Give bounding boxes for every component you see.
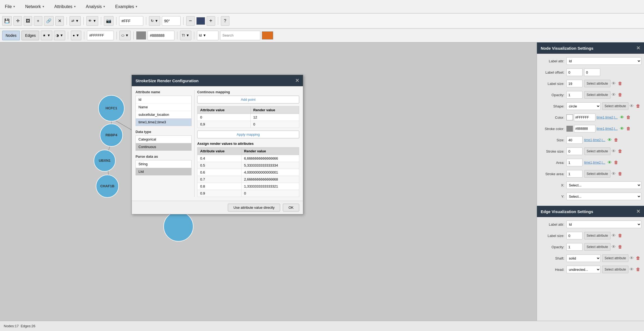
tb-zoom-out-btn[interactable]: − [186,16,195,26]
apply-mapping-btn[interactable]: Apply mapping [197,131,299,138]
mapping-attr-0[interactable]: 0 [197,114,251,121]
edge-label-attr-select[interactable]: Id [566,221,641,228]
ne-color-input[interactable] [87,31,114,40]
edge-opacity-eye-btn[interactable]: 👁 [610,244,617,250]
attr-item-name[interactable]: Name [136,103,191,111]
edge-head-eye-btn[interactable]: 👁 [628,267,635,272]
stroke-size-del-btn[interactable]: 🗑 [617,148,623,154]
size-eye-btn[interactable]: 👁 [606,137,613,143]
ok-btn[interactable]: OK [283,204,299,211]
tb-add-node-btn[interactable]: ✛ [13,16,22,26]
menu-examples[interactable]: Examples ▼ [113,3,140,10]
ne-stroke-swatch[interactable] [136,31,146,39]
label-size-select-attr[interactable]: Select attribute [584,80,610,87]
stroke-area-select-attr[interactable]: Select attribute [584,170,610,178]
menu-file[interactable]: File ▼ [3,3,18,10]
tb-rotation-input[interactable]: 90° [162,16,181,26]
edge-opacity-input[interactable] [566,243,583,251]
stroke-area-del-btn[interactable]: 🗑 [617,171,623,177]
ne-stroke-color-input[interactable] [148,31,174,40]
label-size-del-btn[interactable]: 🗑 [617,81,623,87]
menu-analysis[interactable]: Analysis ▼ [84,3,108,10]
edge-shaft-eye-btn[interactable]: 👁 [628,255,635,261]
shape-select-attr[interactable]: Select attribute [602,102,628,110]
tb-rotate-dropdown[interactable]: ↻ ▼ [149,16,160,26]
color-eye-btn[interactable]: 👁 [619,114,625,120]
color-swatch[interactable] [566,114,573,120]
shape-select[interactable]: circle [566,102,601,110]
stroke-area-eye-btn[interactable]: 👁 [610,171,617,177]
stroke-dialog-close[interactable]: ✕ [295,78,299,84]
id-dropdown[interactable]: Id ▼ [197,31,218,40]
edge-shaft-select[interactable]: solid [566,254,601,262]
circle-dropdown[interactable]: ● ▼ [71,31,81,40]
tb-share-dropdown[interactable]: ⇄ ▼ [69,16,81,26]
label-offset-x-input[interactable] [566,69,583,76]
area-input[interactable] [566,159,583,166]
edge-shaft-del-btn[interactable]: 🗑 [635,255,641,261]
use-attr-btn[interactable]: Use attribute value directly [228,204,280,211]
y-select[interactable]: Select... [566,193,641,200]
color-attr-link[interactable]: time1,time2,t... [597,116,618,119]
color-del-btn[interactable]: 🗑 [625,114,632,120]
tb-zoom-in-btn[interactable]: + [207,16,215,26]
menu-attributes[interactable]: Attributes ▼ [52,3,78,10]
edge-label-size-del-btn[interactable]: 🗑 [617,233,623,239]
label-size-input[interactable] [566,80,583,87]
parseas-list[interactable]: List [136,168,191,175]
area-attr-link[interactable]: time1,time2,t... [584,161,605,164]
edge-head-select[interactable]: undirected... [566,266,601,273]
size-input[interactable] [566,136,583,144]
star-dropdown[interactable]: ★ ▼ [41,31,52,40]
attr-item-time[interactable]: time1,time2,time3 [136,118,191,126]
attr-item-id[interactable]: Id [136,96,191,103]
tb-camera-btn[interactable]: 📷 [104,16,114,26]
area-eye-btn[interactable]: 👁 [606,160,613,166]
edges-btn[interactable]: Edges [21,31,39,40]
tb-image-btn[interactable]: 🖼 [24,16,32,26]
edge-shaft-select-attr[interactable]: Select attribute [602,254,628,262]
size-attr-link[interactable]: time1,time2,t... [584,138,605,142]
tb-eye-dropdown[interactable]: 👁 ▼ [86,16,98,26]
stroke-color-attr-link[interactable]: time1,time2,t... [597,127,618,131]
edge-label-size-select-attr[interactable]: Select attribute [584,232,610,239]
parseas-string[interactable]: String [136,160,191,168]
contrast-dropdown[interactable]: ◑ ▼ [54,31,65,40]
stroke-size-eye-btn[interactable]: 👁 [610,148,617,154]
opacity-input[interactable] [566,91,583,99]
shape-del-btn[interactable]: 🗑 [635,103,641,109]
edge-label-size-input[interactable] [566,232,583,239]
label-size-eye-btn[interactable]: 👁 [610,81,617,87]
x-select[interactable]: Select... [566,181,641,189]
opacity-eye-btn[interactable]: 👁 [610,92,617,98]
tb-close-btn[interactable]: ✕ [55,16,64,26]
attr-item-subcellular[interactable]: subcellular_location [136,111,191,118]
tb-help-btn[interactable]: ? [221,16,229,26]
edge-vis-close[interactable]: ✕ [636,208,640,214]
size-del-btn[interactable]: 🗑 [613,137,619,143]
edge-label-size-eye-btn[interactable]: 👁 [610,233,617,239]
menu-network[interactable]: Network ▼ [23,3,47,10]
opacity-select-attr[interactable]: Select attribute [584,91,610,99]
stroke-area-input[interactable] [566,170,583,178]
tb-color-input[interactable]: #FFF [119,16,143,26]
datatype-continuous[interactable]: Continuous [136,143,191,150]
stroke-color-del-btn[interactable]: 🗑 [625,126,632,132]
stroke-color-swatch[interactable] [566,126,573,132]
edge-opacity-select-attr[interactable]: Select attribute [584,243,610,251]
add-point-btn[interactable]: Add point [197,96,299,103]
search-input[interactable] [220,31,260,40]
opacity-del-btn[interactable]: 🗑 [617,92,623,98]
nodes-btn[interactable]: Nodes [2,31,20,40]
oval-dropdown[interactable]: ⬭ ▼ [119,31,131,40]
edge-head-select-attr[interactable]: Select attribute [602,266,628,273]
edge-head-del-btn[interactable]: 🗑 [635,267,641,272]
tb-save-btn[interactable]: 💾 [2,16,12,26]
mapping-render-0[interactable]: 12 [250,114,299,121]
stroke-size-input[interactable] [566,147,583,155]
stroke-color-eye-btn[interactable]: 👁 [619,126,625,132]
accent-swatch[interactable] [262,31,273,39]
edge-opacity-del-btn[interactable]: 🗑 [617,244,623,250]
label-offset-y-input[interactable] [584,69,600,76]
text-dropdown[interactable]: T! ▼ [180,31,191,40]
